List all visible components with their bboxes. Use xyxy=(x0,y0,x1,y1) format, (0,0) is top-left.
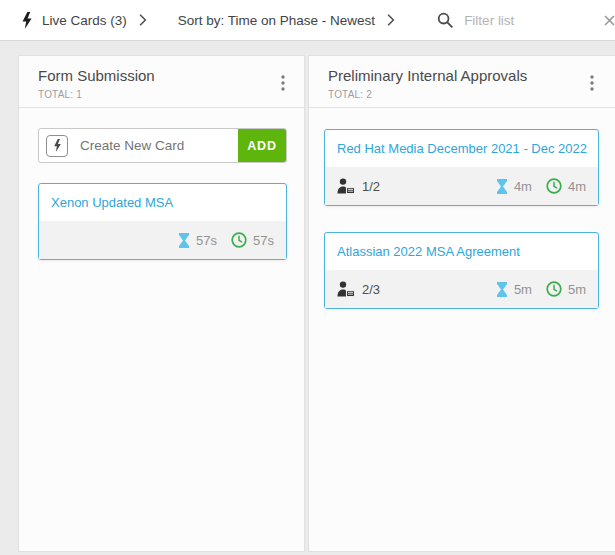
column-total-count: TOTAL: 2 xyxy=(328,89,600,100)
add-card-button[interactable]: ADD xyxy=(238,129,286,162)
card-footer: 1/2 4m 4m xyxy=(325,167,598,205)
assignees-count: 2/3 xyxy=(362,282,380,297)
column-body: ADD Xenon Updated MSA 57s 57s xyxy=(19,108,304,260)
card-atlassian-msa[interactable]: Atlassian 2022 MSA Agreement 2/3 5m xyxy=(324,232,599,309)
card-title-link[interactable]: Red Hat Media December 2021 - Dec 2022 xyxy=(325,130,598,167)
chevron-right-icon[interactable] xyxy=(139,14,147,26)
column-form-submission: Form Submission TOTAL: 1 ADD Xenon Updat… xyxy=(18,55,305,552)
card-footer: 57s 57s xyxy=(39,221,286,259)
person-badge-icon xyxy=(337,178,355,194)
column-menu-icon[interactable] xyxy=(279,73,287,97)
column-body: Red Hat Media December 2021 - Dec 2022 1… xyxy=(309,108,615,309)
card-footer: 2/3 5m 5m xyxy=(325,270,598,308)
total-time-value: 4m xyxy=(568,179,586,194)
column-preliminary-internal-approvals: Preliminary Internal Approvals TOTAL: 2 … xyxy=(308,55,615,552)
card-xenon-updated-msa[interactable]: Xenon Updated MSA 57s 57s xyxy=(38,183,287,260)
card-red-hat-media[interactable]: Red Hat Media December 2021 - Dec 2022 1… xyxy=(324,129,599,206)
filter-list-input[interactable] xyxy=(464,13,604,28)
time-on-phase-value: 4m xyxy=(514,179,532,194)
time-on-phase-value: 57s xyxy=(196,233,217,248)
create-new-card-input[interactable] xyxy=(80,138,238,153)
column-title: Form Submission xyxy=(38,67,285,84)
total-time-metric: 5m xyxy=(546,281,586,297)
search-icon xyxy=(437,12,453,28)
hourglass-icon xyxy=(496,179,508,194)
total-time-value: 5m xyxy=(568,282,586,297)
time-on-phase-metric: 4m xyxy=(496,179,532,194)
person-badge-icon xyxy=(337,281,355,297)
live-cards-menu[interactable]: Live Cards (3) xyxy=(42,13,127,28)
card-title-link[interactable]: Xenon Updated MSA xyxy=(39,184,286,221)
card-bolt-icon xyxy=(46,135,68,157)
hourglass-icon xyxy=(178,233,190,248)
lightning-bolt-icon xyxy=(21,12,33,29)
column-header: Preliminary Internal Approvals TOTAL: 2 xyxy=(309,56,615,108)
clock-icon xyxy=(231,232,247,248)
top-toolbar: Live Cards (3) Sort by: Time on Phase - … xyxy=(0,0,615,41)
assignees-metric: 2/3 xyxy=(337,281,380,297)
total-time-metric: 57s xyxy=(231,232,274,248)
clock-icon xyxy=(546,178,562,194)
kanban-board: Form Submission TOTAL: 1 ADD Xenon Updat… xyxy=(0,41,615,555)
clear-filter-icon[interactable] xyxy=(604,15,615,26)
column-total-count: TOTAL: 1 xyxy=(38,89,285,100)
column-title: Preliminary Internal Approvals xyxy=(328,67,600,84)
time-on-phase-metric: 57s xyxy=(178,233,217,248)
total-time-value: 57s xyxy=(253,233,274,248)
total-time-metric: 4m xyxy=(546,178,586,194)
time-on-phase-value: 5m xyxy=(514,282,532,297)
assignees-metric: 1/2 xyxy=(337,178,380,194)
time-on-phase-metric: 5m xyxy=(496,282,532,297)
create-new-card-box: ADD xyxy=(38,128,287,163)
card-title-link[interactable]: Atlassian 2022 MSA Agreement xyxy=(325,233,598,270)
assignees-count: 1/2 xyxy=(362,179,380,194)
column-menu-icon[interactable] xyxy=(588,73,596,97)
clock-icon xyxy=(546,281,562,297)
hourglass-icon xyxy=(496,282,508,297)
column-header: Form Submission TOTAL: 1 xyxy=(19,56,304,108)
chevron-right-icon[interactable] xyxy=(387,14,395,26)
sort-by-menu[interactable]: Sort by: Time on Phase - Newest xyxy=(178,13,375,28)
